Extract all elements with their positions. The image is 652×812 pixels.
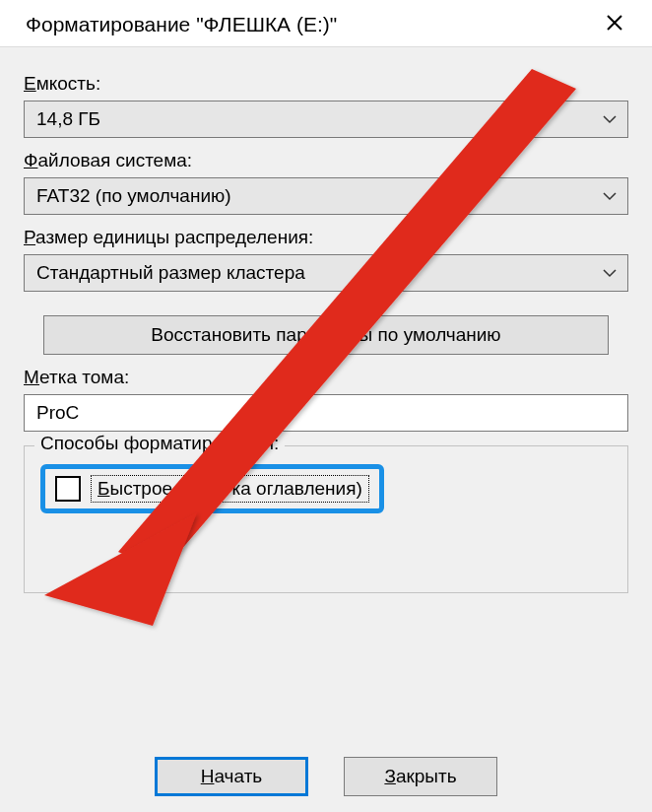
titlebar: Форматирование "ФЛЕШКА (E:)"	[0, 0, 652, 47]
close-icon	[606, 14, 623, 34]
allocation-dropdown[interactable]: Стандартный размер кластера	[24, 254, 628, 292]
chevron-down-icon	[602, 191, 618, 201]
volume-label-input[interactable]	[24, 394, 628, 432]
filesystem-label: Файловая система:	[24, 150, 628, 171]
window-title: Форматирование "ФЛЕШКА (E:)"	[26, 13, 337, 36]
dialog-body: Емкость: 14,8 ГБ Файловая система: FAT32…	[0, 47, 652, 603]
close-button[interactable]: Закрыть	[344, 757, 497, 796]
close-button-label: Закрыть	[384, 766, 456, 787]
restore-defaults-button[interactable]: Восстановить параметры по умолчанию	[43, 315, 609, 355]
capacity-value: 14,8 ГБ	[36, 108, 100, 130]
filesystem-dropdown[interactable]: FAT32 (по умолчанию)	[24, 177, 628, 215]
close-window-button[interactable]	[595, 7, 634, 42]
start-button[interactable]: Начать	[155, 757, 308, 796]
filesystem-value: FAT32 (по умолчанию)	[36, 185, 231, 207]
volume-label-label: Метка тома:	[24, 367, 628, 388]
start-button-label: Начать	[201, 766, 263, 787]
restore-defaults-label: Восстановить параметры по умолчанию	[151, 324, 500, 346]
dialog-footer: Начать Закрыть	[0, 757, 652, 796]
capacity-dropdown[interactable]: 14,8 ГБ	[24, 101, 628, 138]
format-options-legend: Способы форматирования:	[34, 433, 285, 454]
chevron-down-icon	[602, 114, 618, 124]
capacity-label: Емкость:	[24, 73, 628, 95]
chevron-down-icon	[602, 268, 618, 278]
quick-format-focus: Быстрое (очистка оглавления)	[91, 475, 369, 503]
quick-format-highlight: Быстрое (очистка оглавления)	[40, 464, 384, 513]
format-dialog: Форматирование "ФЛЕШКА (E:)" Емкость: 14…	[0, 0, 652, 812]
format-options-group: Способы форматирования: Быстрое (очистка…	[24, 445, 628, 593]
quick-format-label: Быстрое (очистка оглавления)	[98, 478, 362, 500]
allocation-label: Размер единицы распределения:	[24, 227, 628, 248]
quick-format-checkbox[interactable]	[55, 476, 81, 502]
allocation-value: Стандартный размер кластера	[36, 262, 305, 284]
